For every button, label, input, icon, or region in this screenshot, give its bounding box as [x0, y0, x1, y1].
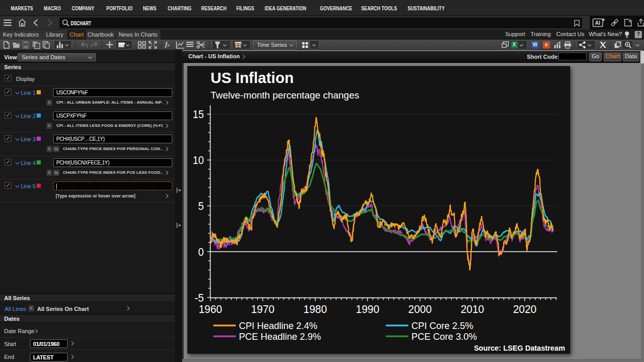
- svg-text:5: 5: [198, 200, 204, 212]
- svg-text:AI: AI: [595, 20, 600, 26]
- svg-text:CPI Headline 2.4%: CPI Headline 2.4%: [239, 321, 317, 331]
- svg-text:1980: 1980: [303, 303, 327, 316]
- svg-text:2000: 2000: [408, 303, 432, 316]
- svg-text:Twelve-month percentage change: Twelve-month percentage changes: [211, 90, 359, 101]
- svg-text:1970: 1970: [251, 303, 275, 316]
- svg-text:PCE Headline 2.9%: PCE Headline 2.9%: [239, 332, 321, 342]
- svg-text:2010: 2010: [461, 303, 485, 316]
- svg-text:15: 15: [193, 108, 204, 121]
- svg-text:2020: 2020: [513, 303, 537, 316]
- svg-text:1960: 1960: [199, 303, 222, 316]
- svg-text:10: 10: [193, 154, 204, 167]
- svg-text:PCE Core 3.0%: PCE Core 3.0%: [411, 332, 477, 342]
- svg-text:CPI Core 2.5%: CPI Core 2.5%: [411, 321, 473, 331]
- svg-text:0: 0: [198, 245, 204, 258]
- svg-text:US Inflation: US Inflation: [211, 70, 294, 86]
- svg-text:Source: LSEG Datastream: Source: LSEG Datastream: [474, 344, 565, 352]
- svg-text:1990: 1990: [356, 303, 380, 316]
